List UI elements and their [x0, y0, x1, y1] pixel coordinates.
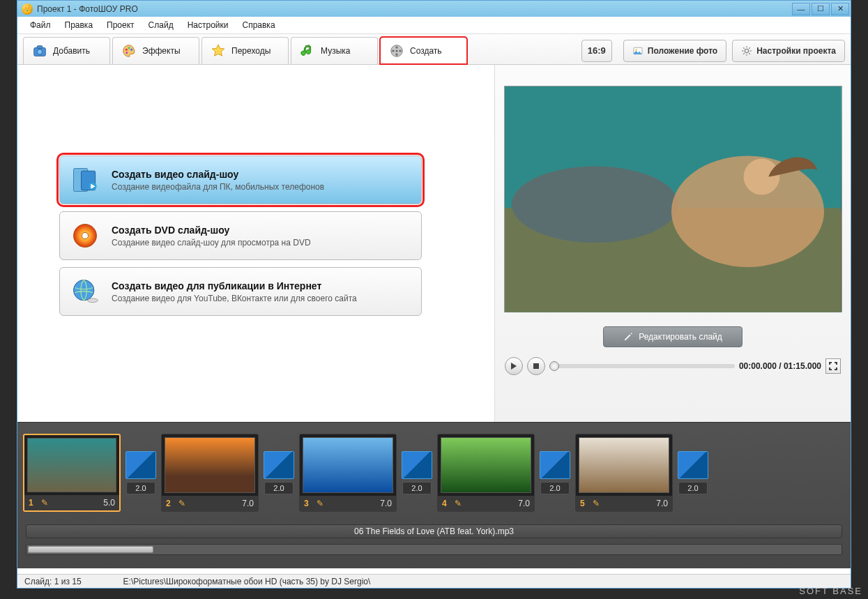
svg-point-25 — [511, 167, 678, 243]
stop-button[interactable] — [527, 357, 545, 375]
timeline-scrollbar[interactable] — [26, 544, 842, 555]
card-title: Создать DVD слайд-шоу — [112, 225, 311, 236]
transition-thumb-5[interactable]: 2.0 — [677, 451, 709, 494]
tab-music[interactable]: Музыка — [291, 37, 378, 64]
svg-point-22 — [88, 298, 98, 303]
slide-thumb-5[interactable]: 5✎7.0 — [575, 434, 673, 512]
menu-help[interactable]: Справка — [235, 18, 282, 32]
menu-file[interactable]: Файл — [23, 18, 58, 32]
dvd-icon — [70, 220, 100, 251]
project-settings-button[interactable]: Настройки проекта — [732, 40, 845, 62]
timeline: 1✎5.0 2.0 2✎7.0 2.0 3✎7.0 2.0 4✎7.0 2.0 … — [17, 422, 851, 568]
edit-slide-button[interactable]: Редактировать слайд — [603, 326, 743, 347]
pencil-icon[interactable]: ✎ — [41, 498, 48, 508]
status-slide: Слайд: 1 из 15 — [24, 577, 82, 586]
app-window: 👑 Проект 1 - ФотоШОУ PRO — ☐ ✕ Файл Прав… — [17, 0, 851, 589]
preview-image — [504, 86, 842, 312]
svg-point-20 — [82, 232, 88, 238]
svg-point-15 — [745, 49, 749, 52]
pencil-icon — [623, 332, 633, 342]
scroll-grip[interactable] — [28, 546, 153, 553]
card-title: Создать видео для публикации в Интернет — [112, 280, 357, 291]
svg-point-27 — [743, 159, 779, 195]
progress-handle[interactable] — [549, 361, 559, 371]
slide-thumb-2[interactable]: 2✎7.0 — [161, 434, 259, 512]
svg-rect-2 — [37, 46, 42, 49]
svg-point-14 — [635, 49, 637, 51]
toolbar: Добавить Эффекты Переходы Музыка Создать — [17, 34, 851, 65]
thumb-image — [579, 437, 669, 493]
menu-project[interactable]: Проект — [100, 18, 142, 32]
slide-thumb-3[interactable]: 3✎7.0 — [299, 434, 397, 512]
transition-icon[interactable] — [264, 451, 294, 479]
transition-thumb-3[interactable]: 2.0 — [401, 451, 433, 494]
transition-thumb-1[interactable]: 2.0 — [125, 451, 157, 494]
svg-point-1 — [37, 50, 42, 54]
transition-icon[interactable] — [402, 451, 432, 479]
playbar: 00:00.000 / 01:15.000 — [502, 356, 844, 377]
transition-icon[interactable] — [678, 451, 708, 479]
svg-point-4 — [128, 47, 130, 49]
star-icon — [211, 43, 226, 59]
minimize-button[interactable]: — — [792, 3, 810, 15]
palette-icon — [121, 43, 137, 59]
video-file-icon — [70, 165, 100, 195]
preview-panel: Редактировать слайд 00:00.000 / 01:15.00… — [495, 65, 851, 422]
transition-icon[interactable] — [540, 451, 570, 479]
menu-settings[interactable]: Настройки — [181, 18, 236, 32]
svg-point-10 — [395, 53, 398, 56]
menu-slide[interactable]: Слайд — [142, 18, 181, 32]
menubar: Файл Правка Проект Слайд Настройки Справ… — [17, 17, 851, 34]
card-desc: Создание видеофайла для ПК, мобильных те… — [112, 182, 324, 192]
audio-track[interactable]: 06 The Fields of Love (ATB feat. York).m… — [26, 524, 842, 538]
menu-edit[interactable]: Правка — [58, 18, 100, 32]
reel-icon — [389, 43, 404, 59]
transition-icon[interactable] — [125, 451, 156, 479]
play-button[interactable] — [505, 357, 523, 375]
pencil-icon[interactable]: ✎ — [455, 499, 462, 508]
svg-point-12 — [396, 50, 398, 52]
thumb-image — [441, 437, 531, 493]
app-icon: 👑 — [22, 3, 33, 15]
globe-icon — [70, 276, 100, 307]
pencil-icon[interactable]: ✎ — [317, 499, 323, 508]
card-desc: Создание видео для YouTube, ВКонтакте ил… — [112, 294, 357, 303]
pencil-icon[interactable]: ✎ — [593, 499, 600, 508]
svg-point-5 — [130, 49, 132, 51]
create-dvd-card[interactable]: Создать DVD слайд-шоу Создание видео сла… — [59, 211, 422, 260]
slide-thumb-1[interactable]: 1✎5.0 — [23, 434, 121, 512]
thumb-image — [27, 438, 116, 492]
close-button[interactable]: ✕ — [831, 3, 849, 15]
photo-position-button[interactable]: Положение фото — [623, 40, 726, 62]
transition-thumb-2[interactable]: 2.0 — [263, 451, 295, 494]
status-path: E:\Pictures\Широкоформатные обои HD (час… — [123, 577, 371, 586]
progress-track[interactable] — [549, 364, 735, 368]
aspect-ratio-button[interactable]: 16:9 — [581, 40, 612, 62]
svg-point-9 — [399, 50, 402, 52]
card-desc: Создание видео слайд-шоу для просмотра н… — [112, 238, 311, 248]
create-video-card[interactable]: Создать видео слайд-шоу Создание видеофа… — [59, 156, 422, 204]
transition-thumb-4[interactable]: 2.0 — [539, 451, 571, 494]
svg-point-21 — [74, 280, 94, 301]
music-icon — [300, 43, 315, 59]
svg-point-3 — [125, 49, 128, 51]
tab-add[interactable]: Добавить — [23, 37, 110, 64]
fullscreen-button[interactable] — [825, 358, 841, 374]
thumb-image — [303, 437, 393, 493]
svg-rect-28 — [533, 363, 539, 369]
gear-icon — [741, 45, 752, 56]
camera-icon — [32, 43, 47, 59]
film-strip: 1✎5.0 2.0 2✎7.0 2.0 3✎7.0 2.0 4✎7.0 2.0 … — [23, 428, 845, 517]
tab-transitions[interactable]: Переходы — [201, 37, 289, 64]
watermark: SOFT BASE — [799, 586, 862, 596]
timecode: 00:00.000 / 01:15.000 — [739, 361, 821, 371]
pencil-icon[interactable]: ✎ — [178, 499, 185, 508]
titlebar: 👑 Проект 1 - ФотоШОУ PRO — ☐ ✕ — [17, 1, 851, 17]
create-panel: Создать видео слайд-шоу Создание видеофа… — [17, 65, 495, 422]
window-title: Проект 1 - ФотоШОУ PRO — [37, 4, 138, 14]
tab-effects[interactable]: Эффекты — [112, 37, 199, 64]
create-web-card[interactable]: Создать видео для публикации в Интернет … — [59, 267, 422, 316]
slide-thumb-4[interactable]: 4✎7.0 — [437, 434, 535, 512]
maximize-button[interactable]: ☐ — [812, 3, 830, 15]
tab-create[interactable]: Создать — [380, 37, 467, 64]
